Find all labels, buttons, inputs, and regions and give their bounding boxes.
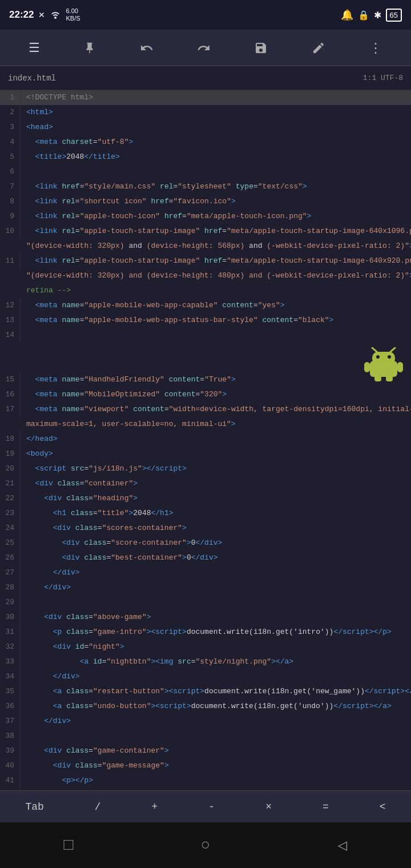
nav-bar: □ ○ ◁ — [0, 822, 411, 868]
code-line-22: 22 <div class="heading"> — [0, 491, 411, 506]
home-button[interactable]: ○ — [190, 832, 222, 859]
code-line-29: 29 — [0, 595, 411, 610]
save-button[interactable] — [249, 37, 272, 59]
code-line-1: 1 <!DOCTYPE html> — [0, 90, 411, 105]
redo-button[interactable] — [192, 37, 215, 59]
code-line-14: 14 — [0, 328, 411, 372]
equals-key[interactable]: = — [315, 797, 337, 817]
alarm-icon: 🔔 — [341, 9, 353, 21]
cursor-position: 1:1 UTF-8 — [363, 74, 403, 82]
svg-line-5 — [390, 348, 395, 352]
code-line-18: 18 </head> — [0, 432, 411, 447]
code-line-10: 10 <link rel="apple-touch-startup-image"… — [0, 224, 411, 239]
code-line-23: 23 <h1 class="title">2048</h1> — [0, 506, 411, 521]
recent-apps-button[interactable]: □ — [53, 832, 85, 859]
code-line-5: 5 <title>2048</title> — [0, 150, 411, 164]
code-area[interactable]: 1 <!DOCTYPE html> 2 <html> 3 <head> 4 <m… — [0, 90, 411, 868]
code-line-40: 40 <div class="game-message"> — [0, 758, 411, 773]
lock-icon: 🔒 — [358, 10, 369, 21]
code-line-35: 35 <a class="restart-button"><script>doc… — [0, 684, 411, 699]
code-line-34: 34 </div> — [0, 669, 411, 684]
code-line-3: 3 <head> — [0, 120, 411, 135]
code-line-11b: "(device-width: 320px) and (device-heigh… — [0, 268, 411, 283]
code-line-26: 26 <div class="best-container">0</div> — [0, 550, 411, 565]
battery-indicator: 65 — [386, 9, 402, 22]
network-speed: 6.00KB/S — [66, 7, 80, 22]
svg-rect-1 — [372, 352, 395, 364]
svg-rect-9 — [386, 376, 393, 381]
code-line-12: 12 <meta name="apple-mobile-web-app-capa… — [0, 298, 411, 313]
code-line-24: 24 <div class="scores-container"> — [0, 521, 411, 536]
code-line-27: 27 </div> — [0, 565, 411, 580]
code-line-11c: retina --> — [0, 283, 411, 298]
less-than-key[interactable]: < — [372, 797, 394, 817]
code-line-41: 41 <p></p> — [0, 773, 411, 788]
back-button[interactable]: ◁ — [327, 831, 359, 859]
status-right: 🔔 🔒 ✱ 65 — [341, 9, 402, 22]
file-tab-name[interactable]: index.html — [8, 74, 56, 83]
code-line-20: 20 <script src="js/i18n.js"></script> — [0, 461, 411, 476]
svg-rect-6 — [364, 362, 370, 372]
code-line-32: 32 <div id="night"> — [0, 640, 411, 654]
code-line-38: 38 — [0, 729, 411, 744]
more-options-button[interactable]: ⋮ — [364, 35, 387, 61]
wifi-icon — [50, 10, 61, 21]
code-line-19: 19 <body> — [0, 447, 411, 461]
file-tab-bar: index.html 1:1 UTF-8 — [0, 66, 411, 90]
multiply-key[interactable]: × — [257, 797, 280, 817]
tab-key[interactable]: Tab — [17, 797, 51, 817]
slash-key[interactable]: / — [87, 797, 109, 817]
svg-point-2 — [376, 355, 380, 359]
code-line-36: 36 <a class="undo-button"><script>docume… — [0, 699, 411, 714]
code-line-2: 2 <html> — [0, 105, 411, 120]
code-line-15: 15 <meta name="HandheldFriendly" content… — [0, 372, 411, 387]
svg-point-3 — [388, 355, 391, 359]
code-line-33: 33 <a id="nightbtn"><img src="style/nigh… — [0, 654, 411, 669]
code-line-8: 8 <link rel="shortcut icon" href="favico… — [0, 194, 411, 209]
keyboard-shortcuts-bar: Tab / + - × = < — [0, 790, 411, 822]
code-line-9: 9 <link rel="apple-touch-icon" href="met… — [0, 209, 411, 224]
code-line-10b: "(device-width: 320px) and (device-heigh… — [0, 239, 411, 254]
code-line-30: 30 <div class="above-game"> — [0, 610, 411, 625]
undo-button[interactable] — [135, 37, 158, 59]
toolbar: ☰ ⋮ — [0, 30, 411, 66]
code-line-25: 25 <div class="score-container">0</div> — [0, 536, 411, 550]
menu-button[interactable]: ☰ — [24, 36, 45, 60]
code-line-7: 7 <link href="style/main.css" rel="style… — [0, 179, 411, 194]
code-line-16: 16 <meta name="MobileOptimized" content=… — [0, 387, 411, 402]
edit-button[interactable] — [307, 37, 330, 59]
svg-line-4 — [372, 348, 377, 352]
code-line-4: 4 <meta charset="utf-8"> — [0, 135, 411, 150]
code-line-31: 31 <p class="game-intro"><script>documen… — [0, 625, 411, 640]
code-line-13: 13 <meta name="apple-mobile-web-app-stat… — [0, 313, 411, 328]
code-line-37: 37 </div> — [0, 714, 411, 729]
android-robot-icon — [364, 347, 403, 387]
status-left: 22:22 ✕ 6.00KB/S — [9, 7, 80, 22]
close-icon: ✕ — [38, 10, 45, 19]
code-line-17: 17 <meta name="viewport" content="width=… — [0, 402, 411, 417]
pin-button[interactable] — [79, 37, 100, 59]
code-line-21: 21 <div class="container"> — [0, 476, 411, 491]
bluetooth-icon: ✱ — [374, 10, 381, 21]
status-bar: 22:22 ✕ 6.00KB/S 🔔 🔒 ✱ 65 — [0, 0, 411, 30]
code-line-17b: maximum-scale=1, user-scalable=no, minim… — [0, 417, 411, 432]
code-line-6: 6 — [0, 164, 411, 179]
svg-rect-8 — [374, 376, 381, 381]
svg-rect-7 — [397, 362, 403, 372]
plus-key[interactable]: + — [144, 797, 166, 817]
minus-key[interactable]: - — [200, 797, 223, 817]
time: 22:22 — [9, 9, 34, 21]
code-line-39: 39 <div class="game-container"> — [0, 744, 411, 758]
code-line-11: 11 <link rel="apple-touch-startup-image"… — [0, 254, 411, 268]
code-line-28: 28 </div> — [0, 580, 411, 595]
